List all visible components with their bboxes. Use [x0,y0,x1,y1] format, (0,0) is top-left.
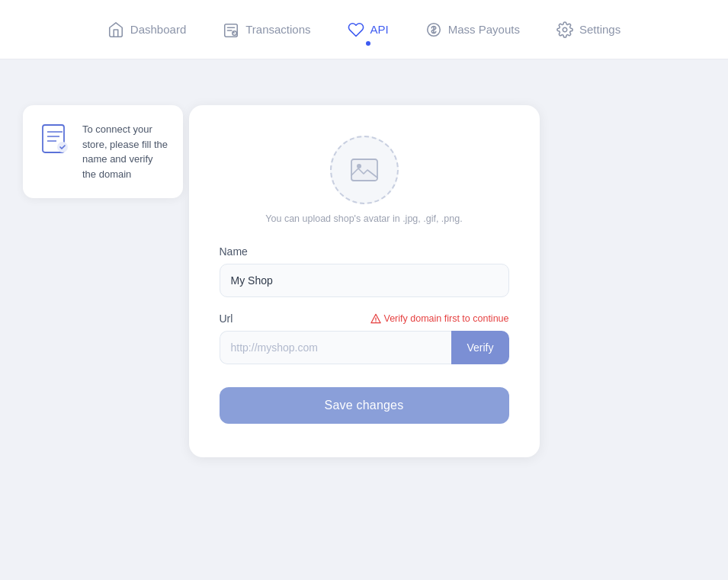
nav-item-dashboard[interactable]: Dashboard [107,18,186,41]
svg-line-4 [233,32,234,33]
nav-label-mass-payouts: Mass Payouts [448,23,520,36]
image-placeholder-icon [351,159,378,181]
nav-label-api: API [370,23,389,36]
save-changes-button[interactable]: Save changes [220,387,509,424]
svg-point-13 [357,164,361,168]
navbar: Dashboard Transactions API Mass Payouts … [0,0,728,59]
nav-item-api[interactable]: API [348,18,389,41]
nav-item-settings[interactable]: Settings [556,18,621,41]
avatar-hint-text: You can upload shop's avatar in .jpg, .g… [265,213,462,224]
verify-button[interactable]: Verify [451,331,508,364]
settings-icon [556,21,573,38]
warning-icon [370,313,381,324]
name-field-group: Name [220,245,509,297]
hint-icon [38,122,72,155]
url-input-group: Verify [220,331,509,364]
hint-card: To connect your store, please fill the n… [23,105,183,198]
avatar-section: You can upload shop's avatar in .jpg, .g… [220,136,509,224]
hint-text: To connect your store, please fill the n… [82,122,168,181]
url-field-group: Url Verify domain first to continue Veri… [220,312,509,364]
verify-warning-text: Verify domain first to continue [384,313,509,324]
mass-payouts-icon [425,21,442,38]
dashboard-icon [107,21,124,38]
nav-label-settings: Settings [579,23,621,36]
nav-item-mass-payouts[interactable]: Mass Payouts [425,18,520,41]
svg-rect-12 [351,159,377,181]
nav-label-dashboard: Dashboard [130,23,186,36]
url-input[interactable] [220,331,452,364]
nav-item-transactions[interactable]: Transactions [223,18,310,41]
svg-point-15 [375,321,376,322]
api-active-dot [366,41,370,46]
main-card: You can upload shop's avatar in .jpg, .g… [189,105,540,457]
avatar-upload[interactable] [330,136,399,204]
page-content: To connect your store, please fill the n… [0,59,728,503]
svg-point-6 [563,27,567,32]
transactions-icon [223,21,239,38]
name-input[interactable] [220,264,509,297]
url-label: Url [220,312,233,325]
api-icon [348,21,364,38]
name-label: Name [220,245,248,258]
verify-warning: Verify domain first to continue [370,313,509,324]
nav-label-transactions: Transactions [245,23,310,36]
